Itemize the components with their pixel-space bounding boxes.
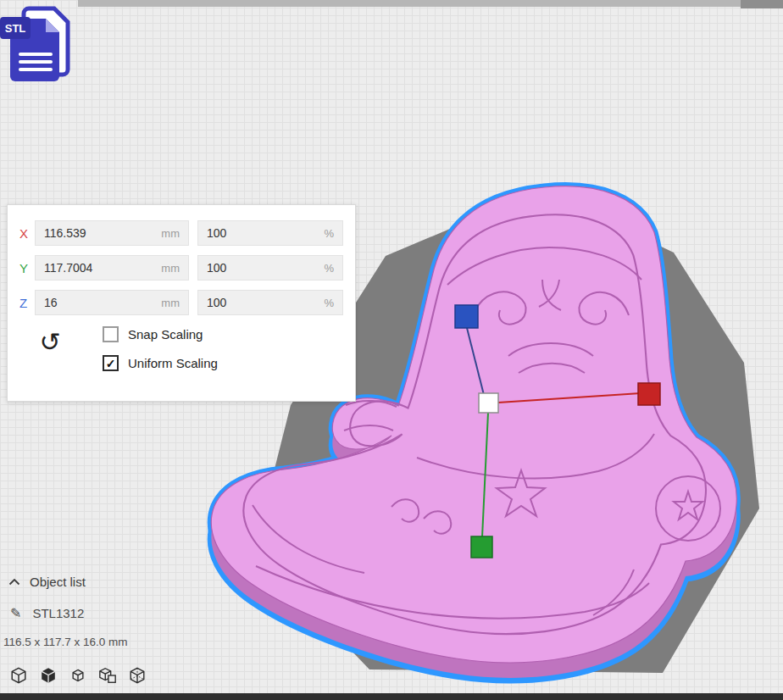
scale-handle-z[interactable] xyxy=(455,305,478,328)
cube-solid-icon[interactable] xyxy=(36,663,60,688)
cube-outline-icon[interactable] xyxy=(7,663,31,688)
bottom-edge-bar xyxy=(0,693,783,700)
scale-row-y: Y mm % xyxy=(19,254,343,281)
object-list-toggle[interactable]: Object list xyxy=(8,575,86,589)
axis-z-label: Z xyxy=(19,296,35,310)
z-percent-unit: % xyxy=(324,297,334,309)
scale-handle-center[interactable] xyxy=(479,393,498,413)
object-list-item[interactable]: ✎ STL1312 xyxy=(10,605,84,621)
top-corner-bar xyxy=(741,0,783,8)
axis-y-label: Y xyxy=(19,261,35,275)
rename-pencil-icon[interactable]: ✎ xyxy=(10,605,21,621)
object-list-label: Object list xyxy=(30,575,86,589)
y-percent-unit: % xyxy=(324,262,334,275)
y-mm-field[interactable]: mm xyxy=(35,255,189,281)
stl-file-icon: STL xyxy=(0,3,78,88)
uniform-scaling-label: Uniform Scaling xyxy=(128,356,218,370)
z-percent-field[interactable]: % xyxy=(197,290,343,315)
chevron-up-icon xyxy=(8,578,20,586)
uniform-scaling-checkbox[interactable]: ✓ xyxy=(103,355,119,371)
x-mm-input[interactable] xyxy=(44,226,161,240)
x-percent-input[interactable] xyxy=(207,226,324,240)
top-edge-bar xyxy=(78,0,741,7)
x-percent-field[interactable]: % xyxy=(197,220,343,246)
y-mm-input[interactable] xyxy=(44,261,161,275)
scale-row-x: X mm % xyxy=(19,219,343,247)
uniform-scaling-row[interactable]: ✓ Uniform Scaling xyxy=(103,355,218,371)
x-percent-unit: % xyxy=(324,227,334,240)
scale-handle-y[interactable] xyxy=(471,536,492,558)
scale-panel: X mm % Y mm % Z mm % ↺ xyxy=(7,204,356,402)
z-mm-unit: mm xyxy=(161,297,180,309)
y-percent-field[interactable]: % xyxy=(197,255,343,281)
stl-badge-label: STL xyxy=(5,22,26,35)
x-mm-field[interactable]: mm xyxy=(35,220,189,246)
z-mm-input[interactable] xyxy=(44,296,161,309)
z-percent-input[interactable] xyxy=(207,296,324,309)
cube-wireframe-icon[interactable] xyxy=(125,663,149,688)
snap-scaling-checkbox[interactable] xyxy=(103,326,119,342)
snap-scaling-label: Snap Scaling xyxy=(128,327,203,342)
reset-scale-button[interactable]: ↺ xyxy=(19,330,81,355)
y-mm-unit: mm xyxy=(161,262,180,275)
object-name: STL1312 xyxy=(32,606,84,620)
z-mm-field[interactable]: mm xyxy=(35,290,189,315)
axis-x-label: X xyxy=(19,226,35,241)
x-mm-unit: mm xyxy=(161,227,180,240)
cube-small-icon[interactable] xyxy=(66,663,90,688)
object-toolbar xyxy=(7,663,149,688)
model-dimensions: 116.5 x 117.7 x 16.0 mm xyxy=(3,636,128,648)
y-percent-input[interactable] xyxy=(207,261,324,275)
scale-handle-x[interactable] xyxy=(638,383,660,405)
cube-copy-icon[interactable] xyxy=(96,663,119,688)
snap-scaling-row[interactable]: Snap Scaling xyxy=(103,326,218,342)
scale-row-z: Z mm % xyxy=(19,289,343,316)
